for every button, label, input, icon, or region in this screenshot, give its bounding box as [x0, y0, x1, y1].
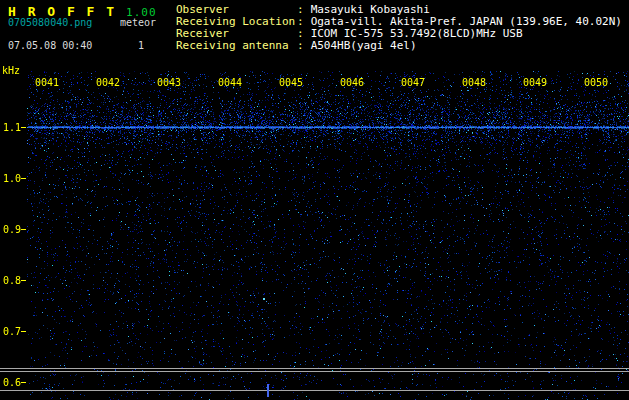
- x-tick-label: 0042: [95, 77, 121, 88]
- x-tick-label: 0041: [34, 77, 60, 88]
- y-tick-label: 0.7: [3, 326, 21, 337]
- x-tick-label: 0043: [156, 77, 182, 88]
- spectrogram-canvas: [0, 65, 629, 400]
- info-separator: :: [297, 39, 311, 52]
- level-panel-top-line: [0, 368, 629, 369]
- x-tick-label: 0048: [461, 77, 487, 88]
- x-tick-label: 0050: [583, 77, 609, 88]
- station-info-row: Receiving antenna:A504HB(yagi 4el): [176, 40, 622, 52]
- info-value: A504HB(yagi 4el): [311, 39, 417, 52]
- level-panel-second-line: [0, 371, 629, 372]
- y-tick-mark: [21, 331, 26, 332]
- x-tick-label: 0047: [400, 77, 426, 88]
- output-filename: 0705080040.png: [8, 17, 120, 28]
- datetime-row: 07.05.08 00:401: [8, 40, 144, 51]
- file-row: 0705080040.pngmeteor: [8, 17, 156, 28]
- y-tick-mark: [21, 178, 26, 179]
- y-tick-mark: [21, 382, 26, 383]
- observation-mode: meteor: [120, 17, 156, 28]
- y-tick-label: 0.6: [3, 377, 21, 388]
- y-axis-unit: kHz: [2, 65, 20, 76]
- y-tick-mark: [21, 229, 26, 230]
- echo-count: 1: [138, 40, 144, 51]
- x-tick-label: 0045: [278, 77, 304, 88]
- y-tick-label: 1.1: [3, 122, 21, 133]
- station-info: Observer:Masayuki KobayashiReceiving Loc…: [176, 4, 622, 52]
- info-label: Receiving antenna: [176, 40, 297, 52]
- y-tick-label: 0.9: [3, 224, 21, 235]
- y-tick-label: 0.8: [3, 275, 21, 286]
- y-tick-mark: [21, 280, 26, 281]
- meteor-level-tick: [267, 384, 269, 397]
- x-tick-label: 0046: [339, 77, 365, 88]
- hrofft-screen: H R O F F T1.00 0705080040.pngmeteor 07.…: [0, 0, 629, 400]
- x-tick-label: 0049: [522, 77, 548, 88]
- y-tick-label: 1.0: [3, 173, 21, 184]
- y-tick-mark: [21, 127, 26, 128]
- x-tick-label: 0044: [217, 77, 243, 88]
- level-panel-baseline: [0, 390, 629, 391]
- observation-datetime: 07.05.08 00:40: [8, 40, 138, 51]
